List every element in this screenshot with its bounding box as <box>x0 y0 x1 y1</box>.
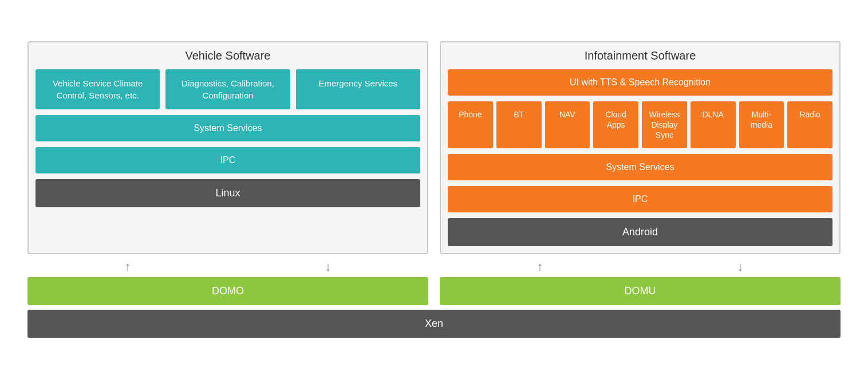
vehicle-title: Vehicle Software <box>35 49 420 62</box>
vehicle-ipc: IPC <box>35 147 420 173</box>
infotainment-arrows: ↑ ↓ <box>440 256 841 277</box>
arrow-row: ↑ ↓ ↑ ↓ <box>27 256 841 277</box>
xen-bar: Xen <box>27 310 841 338</box>
infotainment-title: Infotainment Software <box>448 49 833 62</box>
bottom-section: DOMO DOMU Xen <box>27 277 841 338</box>
app-cloud-apps: Cloud Apps <box>593 101 638 149</box>
infotainment-system-services: System Services <box>448 154 833 180</box>
vehicle-software-panel: Vehicle Software Vehicle Service Climate… <box>27 41 428 255</box>
domu-bar: DOMU <box>440 277 841 305</box>
vehicle-box-1: Vehicle Service Climate Control, Sensors… <box>35 69 160 109</box>
vehicle-arrows: ↑ ↓ <box>27 256 428 277</box>
app-bt: BT <box>496 101 542 149</box>
app-multimedia: Multi-media <box>739 101 784 149</box>
infotainment-arrow-up: ↑ <box>537 260 543 273</box>
app-nav: NAV <box>545 101 590 149</box>
infotainment-ipc: IPC <box>448 186 833 212</box>
vehicle-top-boxes: Vehicle Service Climate Control, Sensors… <box>35 69 420 109</box>
infotainment-software-panel: Infotainment Software UI with TTS & Spee… <box>440 41 841 255</box>
vehicle-arrow-up: ↑ <box>125 260 131 273</box>
vehicle-os: Linux <box>35 179 420 207</box>
app-radio: Radio <box>787 101 833 149</box>
diagram-wrapper: Vehicle Software Vehicle Service Climate… <box>16 30 852 350</box>
vehicle-box-3: Emergency Services <box>296 69 420 109</box>
vehicle-arrow-down: ↓ <box>325 260 332 273</box>
infotainment-arrow-down: ↓ <box>737 260 744 273</box>
infotainment-os: Android <box>448 218 833 246</box>
app-phone: Phone <box>448 101 493 149</box>
domo-bar: DOMO <box>27 277 428 305</box>
app-dlna: DLNA <box>691 101 736 149</box>
vehicle-box-2: Diagnostics, Calibration, Configuration <box>165 69 290 109</box>
infotainment-ui-bar: UI with TTS & Speech Recognition <box>448 69 833 96</box>
vehicle-system-services: System Services <box>35 115 420 141</box>
top-row: Vehicle Software Vehicle Service Climate… <box>27 41 841 255</box>
infotainment-apps-row: Phone BT NAV Cloud Apps Wireless Display… <box>448 101 833 149</box>
domo-domu-row: DOMO DOMU <box>27 277 841 305</box>
app-wireless-display-sync: Wireless Display Sync <box>642 101 687 149</box>
